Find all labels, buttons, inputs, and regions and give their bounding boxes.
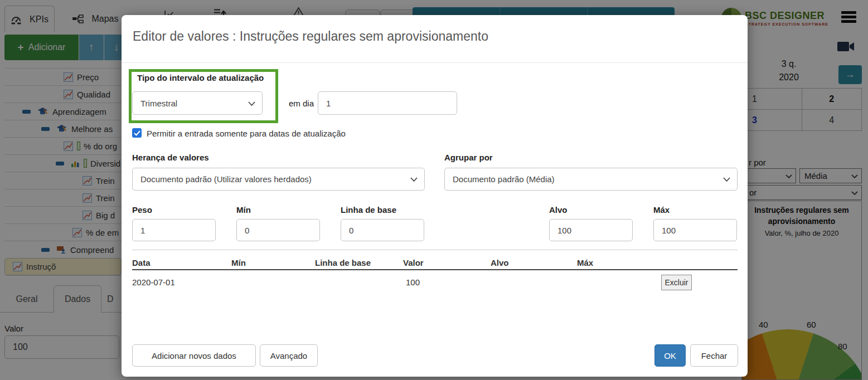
col-header-min: Mín (231, 258, 246, 267)
modal-header-divider (122, 62, 748, 63)
baseline-input[interactable]: 0 (341, 219, 424, 241)
interval-type-select[interactable]: Trimestral (132, 91, 263, 115)
group-by-select[interactable]: Documento padrão (Média) (444, 168, 738, 191)
table-header-divider (132, 269, 738, 270)
max-input[interactable]: 100 (653, 219, 737, 241)
em-dia-input[interactable]: 1 (318, 91, 457, 115)
inheritance-select[interactable]: Documento padrão (Utilizar valores herda… (132, 168, 425, 191)
alvo-input[interactable]: 100 (549, 219, 633, 241)
chevron-down-icon (248, 99, 255, 108)
col-header-data: Data (132, 258, 151, 267)
col-header-valor: Valor (403, 258, 424, 267)
interval-type-value: Trimestral (140, 99, 177, 108)
chevron-down-icon (410, 174, 418, 184)
col-header-alvo: Alvo (491, 258, 509, 267)
close-button[interactable]: Fechar (690, 344, 738, 367)
inheritance-label: Herança de valores (132, 153, 209, 162)
delete-row-button[interactable]: Excluir (661, 275, 692, 290)
min-input[interactable]: 0 (236, 219, 320, 241)
row-date-cell: 2020-07-01 (132, 277, 175, 287)
group-by-value: Documento padrão (Média) (453, 174, 555, 184)
peso-input[interactable]: 1 (132, 219, 216, 241)
chevron-down-icon (723, 174, 730, 184)
modal-title: Editor de valores : Instruções regulares… (133, 29, 488, 44)
baseline-label: Linha de base (341, 205, 396, 215)
em-dia-label: em dia (289, 99, 314, 108)
update-dates-checkbox-label: Permitir a entrada somente para datas de… (147, 129, 346, 138)
min-label: Mín (236, 205, 251, 215)
interval-type-label: Tipo do intervalo de atualização (137, 73, 264, 82)
group-by-label: Agrupar por (444, 153, 493, 162)
ok-button[interactable]: OK (654, 344, 686, 367)
check-icon (134, 128, 140, 138)
col-header-baseline: Linha de base (315, 258, 371, 267)
em-dia-value: 1 (326, 99, 331, 108)
advanced-button[interactable]: Avançado (260, 344, 318, 367)
inheritance-value: Documento padrão (Utilizar valores herda… (140, 174, 312, 184)
add-new-data-button[interactable]: Adicionar novos dados (132, 344, 256, 367)
alvo-label: Alvo (549, 205, 568, 215)
max-label: Máx (653, 205, 670, 215)
update-dates-checkbox[interactable] (132, 128, 142, 138)
row-value-cell: 100 (406, 277, 420, 287)
table-top-border (132, 250, 738, 250)
col-header-max: Máx (577, 258, 593, 267)
peso-label: Peso (132, 205, 152, 215)
value-editor-modal: Editor de valores : Instruções regulares… (122, 15, 748, 377)
